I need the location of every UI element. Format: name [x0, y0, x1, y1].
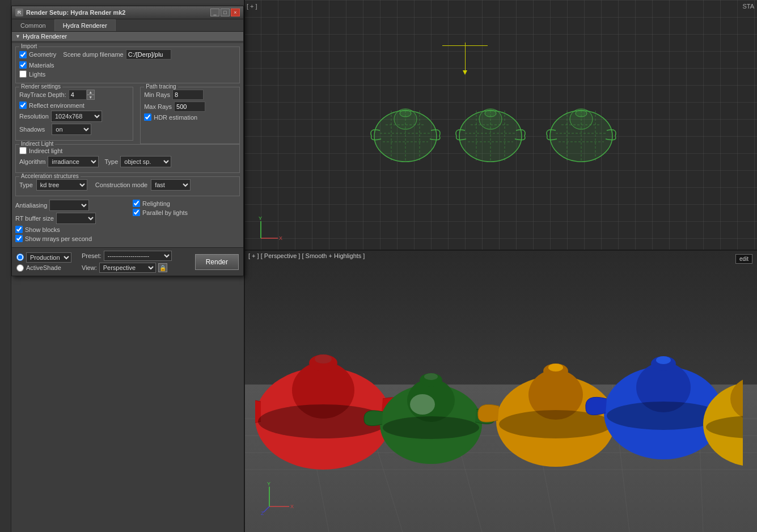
dialog-tabs: Common Hydra Renderer	[12, 19, 243, 32]
show-mrays-row: Show mrays per second	[15, 235, 122, 242]
production-radio[interactable]	[16, 254, 24, 261]
teapot-wireframes	[357, 96, 669, 170]
relighting-label: Relighting	[142, 200, 170, 207]
svg-point-44	[315, 354, 332, 364]
viewport-perspective[interactable]: [ + ] [ Perspective ] [ Smooth + Highlig…	[244, 250, 757, 532]
raytrace-label: RayTrace Depth:	[19, 91, 66, 98]
activeshade-label: ActiveShade	[26, 264, 61, 271]
lights-row: Lights	[19, 70, 236, 78]
section-bar-label: Hydra Renderer	[23, 33, 67, 40]
acc-type-row: Type kd tree bvh Construction mode fast …	[19, 179, 236, 191]
type-select[interactable]: object sp. world sp.	[120, 156, 171, 167]
svg-point-49	[424, 373, 438, 380]
render-button[interactable]: Render	[195, 254, 239, 270]
misc-row: Antialiasing 2x 4x RT buffer size 256 51…	[15, 200, 240, 244]
minimize-button[interactable]: _	[210, 9, 219, 16]
rt-buffer-label: RT buffer size	[15, 215, 54, 222]
hdr-checkbox[interactable]	[144, 113, 151, 121]
scene-dump-input[interactable]	[126, 49, 171, 60]
antialiasing-label: Antialiasing	[15, 202, 47, 209]
geometry-label: Geometry	[29, 51, 56, 58]
teapot-render	[255, 288, 743, 487]
svg-point-55	[548, 364, 563, 371]
viewport-top-plus[interactable]: [ + ]	[247, 3, 257, 10]
max-rays-input[interactable]	[174, 102, 205, 112]
parallel-lights-label: Parallel by lights	[142, 209, 188, 216]
viewport-top[interactable]: X Y STA [ + ]	[244, 0, 757, 250]
show-mrays-label: Show mrays per second	[25, 235, 92, 242]
close-button[interactable]: ×	[231, 9, 240, 16]
resolution-label: Resolution	[19, 113, 49, 120]
show-blocks-label: Show blocks	[25, 226, 60, 233]
viewport-perspective-label[interactable]: [ + ] [ Perspective ] [ Smooth + Highlig…	[248, 252, 365, 259]
tab-common[interactable]: Common	[12, 19, 54, 31]
show-mrays-checkbox[interactable]	[15, 235, 23, 242]
production-row: Production Draft	[16, 252, 71, 263]
collapse-icon[interactable]: ▼	[15, 33, 20, 39]
import-label: Import	[19, 43, 39, 49]
dialog-title-left: R Render Setup: Hydra Render mk2	[15, 9, 125, 16]
indirect-light-group: Indirect Light Indirect light Algorithm …	[15, 144, 240, 173]
indirect-label: Indirect Light	[19, 141, 55, 147]
raytrace-input[interactable]	[69, 90, 87, 100]
construction-select[interactable]: fast slow	[151, 179, 191, 191]
path-tracing-group: Path tracing Min Rays Max Rays HDR estim…	[140, 87, 240, 144]
left-toolbar	[0, 0, 11, 532]
acc-type-label: Type	[19, 181, 33, 188]
edit-overlay-btn[interactable]: edit	[735, 254, 752, 264]
preset-group: Preset: -------------------- View: Persp…	[82, 251, 172, 273]
raytrace-spinbtns: ▲ ▼	[87, 90, 95, 100]
production-select[interactable]: Production Draft	[26, 252, 71, 263]
dialog-controls: _ □ ×	[210, 9, 240, 16]
axis-top: X Y	[255, 216, 284, 244]
materials-row: Materials	[19, 61, 236, 69]
indirect-light-row: Indirect light	[19, 147, 236, 154]
resolution-select[interactable]: 1024x768 1920x1080 800x600	[51, 111, 102, 122]
rt-buffer-select[interactable]: 256 512	[56, 213, 96, 224]
relighting-row: Relighting	[133, 200, 240, 207]
geometry-checkbox[interactable]	[19, 51, 27, 58]
viewport-divider-vertical	[244, 0, 245, 532]
raytrace-down[interactable]: ▼	[87, 95, 95, 100]
materials-checkbox[interactable]	[19, 61, 27, 69]
show-blocks-checkbox[interactable]	[15, 226, 23, 233]
preset-row: Preset: --------------------	[82, 251, 172, 261]
dialog-titlebar: R Render Setup: Hydra Render mk2 _ □ ×	[12, 6, 243, 19]
svg-text:X: X	[279, 235, 282, 241]
min-rays-input[interactable]	[172, 90, 204, 100]
shadows-select[interactable]: on off	[52, 124, 91, 135]
view-select[interactable]: Perspective Top Front	[99, 263, 156, 273]
acc-type-select[interactable]: kd tree bvh	[36, 179, 87, 191]
tab-hydra-renderer[interactable]: Hydra Renderer	[54, 19, 116, 31]
svg-point-50	[410, 394, 435, 415]
preset-select[interactable]: --------------------	[104, 251, 172, 261]
resolution-row: Resolution 1024x768 1920x1080 800x600	[19, 111, 129, 122]
indirect-light-label: Indirect light	[29, 147, 62, 154]
geometry-row: Geometry Scene dump filename	[19, 49, 236, 60]
antialiasing-select[interactable]: 2x 4x	[49, 200, 89, 211]
lights-checkbox[interactable]	[19, 70, 27, 78]
lights-label: Lights	[29, 71, 45, 78]
render-mode-group: Production Draft ActiveShade	[16, 252, 71, 272]
algorithm-select[interactable]: irradiance path tracing	[48, 156, 99, 167]
svg-point-51	[383, 416, 479, 439]
reflect-env-checkbox[interactable]	[19, 102, 27, 109]
shadows-row: Shadows on off	[19, 124, 129, 135]
render-settings-group: Render settings RayTrace Depth: ▲ ▼ Refl…	[15, 87, 133, 141]
raytrace-up[interactable]: ▲	[87, 90, 95, 95]
activeshade-radio[interactable]	[16, 264, 24, 272]
parallel-lights-checkbox[interactable]	[133, 209, 140, 216]
dialog-icon: R	[15, 9, 23, 16]
min-rays-label: Min Rays	[144, 91, 170, 98]
import-group: Import Geometry Scene dump filename Mate…	[15, 47, 240, 83]
maximize-button[interactable]: □	[221, 9, 230, 16]
relighting-checkbox[interactable]	[133, 200, 140, 207]
dialog-bottom: Production Draft ActiveShade Preset: ---…	[12, 247, 243, 276]
type-label: Type	[104, 158, 118, 165]
indirect-light-checkbox[interactable]	[19, 147, 27, 154]
parallel-row: Parallel by lights	[133, 209, 240, 216]
view-lock-btn[interactable]: 🔒	[158, 263, 167, 272]
path-tracing-label: Path tracing	[144, 83, 177, 90]
antialiasing-row: Antialiasing 2x 4x	[15, 200, 122, 211]
svg-line-69	[264, 506, 269, 512]
